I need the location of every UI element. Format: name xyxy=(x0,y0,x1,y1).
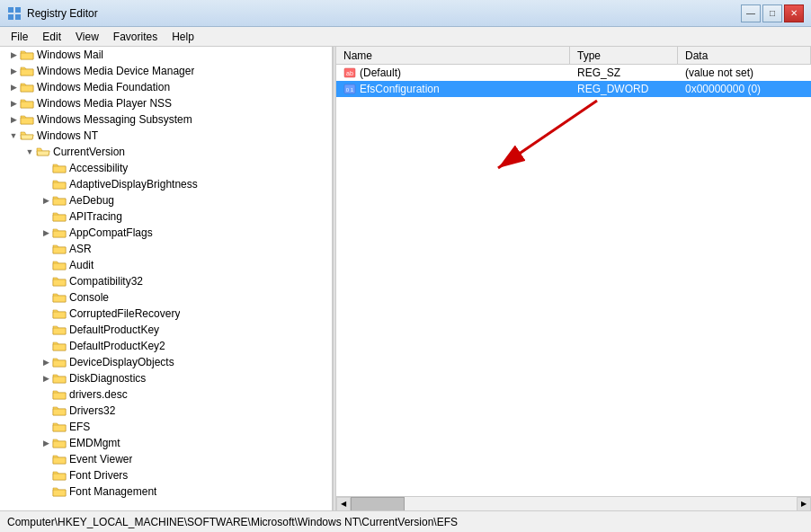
folder-icon xyxy=(52,258,67,272)
right-pane: Name Type Data ab (Default)REG_SZ(value … xyxy=(336,47,811,510)
tree-item-windows-messaging-subsystem[interactable]: ▶ Windows Messaging Subsystem xyxy=(0,111,332,128)
tree-arrow xyxy=(40,421,52,433)
h-scroll-track[interactable] xyxy=(351,497,797,511)
tree-item-api-tracing[interactable]: APITracing xyxy=(0,208,332,225)
tree-item-ae-debug[interactable]: ▶ AeDebug xyxy=(0,192,332,208)
tree-item-windows-media-player-nss[interactable]: ▶ Windows Media Player NSS xyxy=(0,95,332,111)
tree-arrow xyxy=(40,469,52,482)
tree-item-windows-media-device-manager[interactable]: ▶ Windows Media Device Manager xyxy=(0,63,332,79)
folder-icon xyxy=(20,112,34,127)
col-header-data[interactable]: Data xyxy=(678,47,811,64)
menu-help[interactable]: Help xyxy=(165,29,201,45)
tree-item-audit[interactable]: Audit xyxy=(0,257,332,273)
maximize-button[interactable]: □ xyxy=(762,4,782,22)
tree-item-device-display-objects[interactable]: ▶ DeviceDisplayObjects xyxy=(0,354,332,370)
tree-arrow xyxy=(40,162,52,174)
menu-favorites[interactable]: Favorites xyxy=(106,29,165,45)
cell-type-efs-configuration: REG_DWORD xyxy=(570,83,678,95)
tree-item-efs[interactable]: EFS xyxy=(0,419,332,435)
tree-item-font-drivers[interactable]: Font Drivers xyxy=(0,467,332,483)
tree-item-font-management[interactable]: Font Management xyxy=(0,483,332,500)
tree-label: Font Management xyxy=(69,485,156,498)
tree-arrow: ▶ xyxy=(7,97,20,110)
tree-label: drivers.desc xyxy=(69,388,128,401)
table-row-default[interactable]: ab (Default)REG_SZ(value not set) xyxy=(336,65,811,81)
tree-arrow xyxy=(40,388,52,401)
h-scroll-area: ◀ ▶ xyxy=(336,496,811,510)
folder-icon xyxy=(52,484,67,499)
svg-rect-0 xyxy=(8,7,13,13)
tree-label: Windows Media Foundation xyxy=(37,81,170,93)
tree-arrow xyxy=(40,243,52,255)
folder-icon xyxy=(52,323,67,337)
folder-icon xyxy=(52,436,67,450)
tree-item-app-compat-flags[interactable]: ▶ AppCompatFlags xyxy=(0,225,332,241)
tree-item-drivers-desc[interactable]: drivers.desc xyxy=(0,386,332,403)
table-header: Name Type Data xyxy=(336,47,811,65)
col-header-type[interactable]: Type xyxy=(570,47,678,64)
minimize-button[interactable]: — xyxy=(741,4,761,22)
tree-item-emd-mgmt[interactable]: ▶ EMDMgmt xyxy=(0,435,332,451)
table-row-efs-configuration[interactable]: 0 1 EfsConfigurationREG_DWORD0x00000000 … xyxy=(336,81,811,97)
tree-label: Windows Mail xyxy=(37,49,103,61)
tree-arrow xyxy=(40,340,52,352)
menu-file[interactable]: File xyxy=(4,29,35,45)
tree-item-event-viewer[interactable]: Event Viewer xyxy=(0,451,332,467)
tree-label: DeviceDisplayObjects xyxy=(69,356,174,368)
tree-pane: ▶ Windows Mail▶ Windows Media Device Man… xyxy=(0,47,333,510)
folder-icon xyxy=(20,64,34,78)
close-button[interactable]: ✕ xyxy=(784,4,804,22)
reg-value-name: EfsConfiguration xyxy=(360,83,440,95)
tree-item-default-product-key2[interactable]: DefaultProductKey2 xyxy=(0,338,332,354)
tree-item-adaptive-display-brightness[interactable]: AdaptiveDisplayBrightness xyxy=(0,176,332,192)
tree-arrow: ▶ xyxy=(40,356,52,368)
tree-item-default-product-key[interactable]: DefaultProductKey xyxy=(0,322,332,338)
svg-rect-1 xyxy=(15,7,21,13)
tree-label: APITracing xyxy=(69,210,122,223)
folder-icon xyxy=(52,403,67,418)
folder-icon xyxy=(52,193,67,208)
tree-item-accessibility[interactable]: Accessibility xyxy=(0,160,332,176)
tree-item-windows-mail[interactable]: ▶ Windows Mail xyxy=(0,47,332,63)
folder-icon xyxy=(52,242,67,256)
tree-item-corrupted-file-recovery[interactable]: CorruptedFileRecovery xyxy=(0,306,332,322)
menu-edit[interactable]: Edit xyxy=(35,29,68,45)
folder-icon xyxy=(52,339,67,353)
menu-bar: File Edit View Favorites Help xyxy=(0,27,811,47)
tree-item-asr[interactable]: ASR xyxy=(0,241,332,257)
status-bar: Computer\HKEY_LOCAL_MACHINE\SOFTWARE\Mic… xyxy=(0,510,811,532)
folder-icon xyxy=(20,129,34,143)
tree-arrow xyxy=(40,259,52,271)
tree-item-compatibility32[interactable]: Compatibility32 xyxy=(0,273,332,289)
h-scroll-left-button[interactable]: ◀ xyxy=(336,497,351,511)
tree-item-console[interactable]: Console xyxy=(0,289,332,306)
folder-icon xyxy=(52,355,67,369)
tree-item-drivers32[interactable]: Drivers32 xyxy=(0,403,332,419)
h-scroll-right-button[interactable]: ▶ xyxy=(797,497,811,511)
menu-view[interactable]: View xyxy=(68,29,106,45)
tree-label: EFS xyxy=(69,421,90,433)
tree-label: DefaultProductKey xyxy=(69,324,159,336)
tree-item-current-version[interactable]: ▼ CurrentVersion xyxy=(0,144,332,160)
col-header-name[interactable]: Name xyxy=(336,47,570,64)
title-bar: Registry Editor — □ ✕ xyxy=(0,0,811,27)
tree-arrow: ▶ xyxy=(40,372,52,385)
window-controls: — □ ✕ xyxy=(741,4,804,22)
tree-label: Windows Messaging Subsystem xyxy=(37,113,192,126)
folder-icon xyxy=(20,96,34,111)
table-body: ab (Default)REG_SZ(value not set) 0 1 Ef… xyxy=(336,65,811,496)
main-container: ▶ Windows Mail▶ Windows Media Device Man… xyxy=(0,47,811,510)
tree-scroll[interactable]: ▶ Windows Mail▶ Windows Media Device Man… xyxy=(0,47,332,510)
svg-rect-2 xyxy=(8,14,13,20)
window-title: Registry Editor xyxy=(27,7,741,20)
tree-items: ▶ Windows Mail▶ Windows Media Device Man… xyxy=(0,47,332,500)
h-scroll-thumb[interactable] xyxy=(351,497,405,511)
tree-label: Console xyxy=(69,291,109,304)
cell-name-efs-configuration: 0 1 EfsConfiguration xyxy=(336,83,570,95)
tree-item-windows-nt[interactable]: ▼ Windows NT xyxy=(0,128,332,144)
tree-label: EMDMgmt xyxy=(69,437,120,449)
status-path: Computer\HKEY_LOCAL_MACHINE\SOFTWARE\Mic… xyxy=(7,516,458,528)
tree-item-disk-diagnostics[interactable]: ▶ DiskDiagnostics xyxy=(0,370,332,386)
tree-item-windows-media-foundation[interactable]: ▶ Windows Media Foundation xyxy=(0,79,332,95)
cell-name-default: ab (Default) xyxy=(336,66,570,79)
